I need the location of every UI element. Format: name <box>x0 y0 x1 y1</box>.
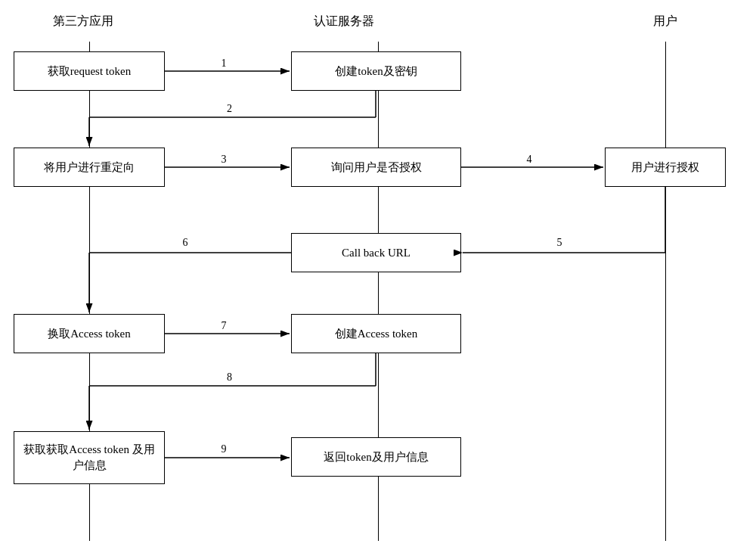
box-user-auth: 用户进行授权 <box>605 148 726 187</box>
box-get-request-token: 获取request token <box>14 51 165 91</box>
box-callback-url: Call back URL <box>291 233 461 272</box>
vline-col3 <box>665 42 666 541</box>
svg-text:9: 9 <box>222 443 227 455</box>
svg-text:8: 8 <box>227 371 232 383</box>
svg-text:6: 6 <box>183 237 188 248</box>
box-redirect-user: 将用户进行重定向 <box>14 148 165 187</box>
box-exchange-token: 换取Access token <box>14 314 165 353</box>
col3-header: 用户 <box>620 14 711 30</box>
svg-text:4: 4 <box>527 154 532 165</box>
col2-header: 认证服务器 <box>268 14 420 30</box>
svg-text:3: 3 <box>222 154 227 165</box>
diagram: 第三方应用 认证服务器 用户 获取request token 创建token及密… <box>0 0 756 553</box>
svg-text:1: 1 <box>222 57 227 69</box>
box-ask-auth: 询问用户是否授权 <box>291 148 461 187</box>
svg-text:5: 5 <box>557 237 562 248</box>
svg-text:2: 2 <box>227 103 232 114</box>
col1-header: 第三方应用 <box>23 14 144 30</box>
svg-text:7: 7 <box>222 320 227 331</box>
box-create-token: 创建token及密钥 <box>291 51 461 91</box>
box-create-access-token: 创建Access token <box>291 314 461 353</box>
box-return-token: 返回token及用户信息 <box>291 437 461 477</box>
box-get-access-token: 获取获取Access token 及用户信息 <box>14 431 165 484</box>
